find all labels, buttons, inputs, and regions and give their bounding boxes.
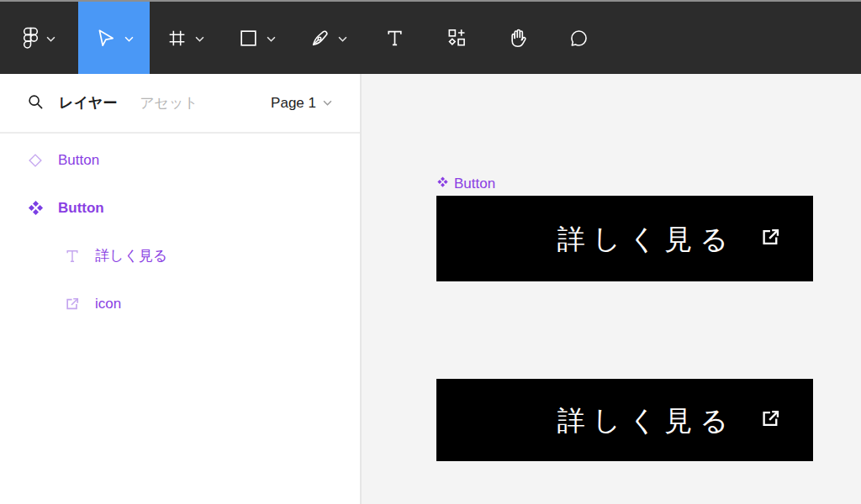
components-icon bbox=[446, 27, 467, 49]
shape-tool-button[interactable] bbox=[221, 2, 293, 74]
component-instance-icon bbox=[436, 176, 449, 192]
canvas[interactable]: Button 詳しく見る 詳しく見る bbox=[362, 74, 861, 504]
text-layer-icon bbox=[62, 248, 82, 265]
component-diamond-icon bbox=[25, 151, 45, 170]
frame-tool-button[interactable] bbox=[150, 2, 221, 74]
pen-icon bbox=[309, 28, 330, 49]
cursor-icon bbox=[95, 27, 117, 49]
component-instance-icon bbox=[25, 199, 45, 217]
layer-label: icon bbox=[95, 296, 121, 312]
button-label: 詳しく見る bbox=[557, 407, 736, 434]
chevron-down-icon bbox=[46, 36, 55, 42]
text-tool-button[interactable] bbox=[364, 2, 425, 74]
comment-icon bbox=[568, 28, 589, 49]
figma-app-window: レイヤー アセット Page 1 Button bbox=[0, 0, 861, 504]
chevron-down-icon bbox=[323, 100, 332, 106]
chevron-down-icon bbox=[195, 36, 204, 42]
page-selector[interactable]: Page 1 bbox=[271, 95, 332, 112]
layer-row-text[interactable]: 詳しく見る bbox=[0, 232, 360, 280]
page-selector-label: Page 1 bbox=[271, 95, 316, 112]
canvas-button-1[interactable]: 詳しく見る bbox=[436, 196, 813, 281]
layers-list: Button Button bbox=[0, 134, 360, 328]
selection-label[interactable]: Button bbox=[436, 175, 495, 193]
hand-icon bbox=[507, 27, 529, 49]
layers-panel: レイヤー アセット Page 1 Button bbox=[0, 74, 362, 504]
chevron-down-icon bbox=[267, 36, 276, 42]
external-link-icon bbox=[62, 296, 82, 312]
figma-logo-icon bbox=[23, 27, 39, 50]
frame-icon bbox=[166, 28, 188, 49]
hand-tool-button[interactable] bbox=[487, 2, 548, 74]
layer-label: Button bbox=[58, 200, 104, 217]
comment-tool-button[interactable] bbox=[548, 2, 610, 74]
layer-row-icon[interactable]: icon bbox=[0, 280, 360, 328]
button-label: 詳しく見る bbox=[557, 225, 736, 253]
canvas-button-2[interactable]: 詳しく見る bbox=[436, 379, 813, 461]
layer-row-instance-button[interactable]: Button bbox=[0, 184, 360, 232]
layer-row-component-button[interactable]: Button bbox=[0, 136, 360, 184]
external-link-icon bbox=[759, 226, 782, 252]
chevron-down-icon bbox=[124, 36, 134, 42]
layers-panel-header: レイヤー アセット Page 1 bbox=[0, 74, 360, 134]
tab-assets[interactable]: アセット bbox=[140, 93, 198, 113]
pen-tool-button[interactable] bbox=[293, 2, 364, 74]
rectangle-icon bbox=[238, 28, 259, 49]
layer-label: 詳しく見る bbox=[95, 246, 167, 265]
tab-layers[interactable]: レイヤー bbox=[59, 93, 117, 113]
chevron-down-icon bbox=[338, 36, 347, 42]
layer-label: Button bbox=[58, 152, 99, 169]
selection-label-text: Button bbox=[454, 176, 495, 192]
resources-tool-button[interactable] bbox=[425, 2, 487, 74]
move-tool-button[interactable] bbox=[78, 2, 150, 74]
external-link-icon bbox=[759, 407, 782, 433]
toolbar bbox=[0, 0, 861, 74]
text-icon bbox=[384, 28, 405, 49]
search-icon[interactable] bbox=[26, 92, 45, 114]
main-menu-button[interactable] bbox=[0, 2, 78, 74]
